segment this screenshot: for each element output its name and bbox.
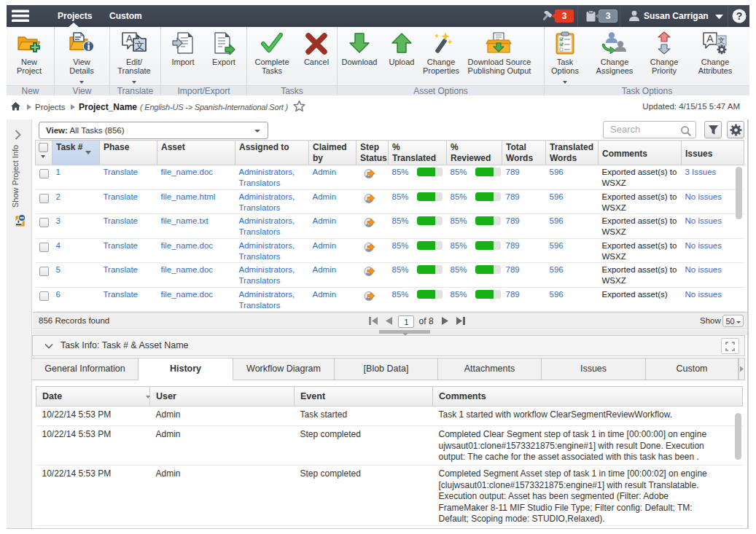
svg-text:?: ? <box>736 10 743 22</box>
svg-text:A: A <box>126 33 133 44</box>
svg-text:文: 文 <box>135 40 144 51</box>
svg-text:文: 文 <box>718 36 725 44</box>
svg-text:A: A <box>706 33 714 44</box>
